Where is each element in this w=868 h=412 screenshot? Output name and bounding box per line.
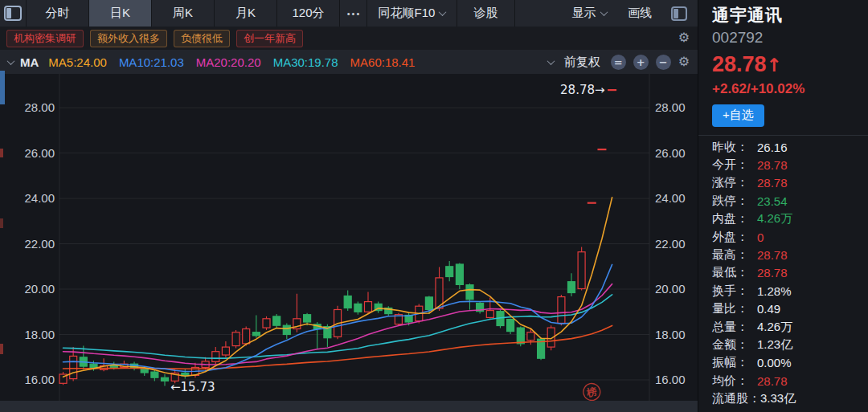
- quote-stats-list: 昨收26.16今开28.78涨停28.78跌停23.54内盘4.26万外盘0最高…: [712, 138, 868, 408]
- window-edge-artifact: [0, 71, 5, 104]
- collapse-quote-panel-button[interactable]: [661, 0, 698, 27]
- tab-日K[interactable]: 日K: [89, 0, 152, 27]
- last-price-annotation: 28.78→: [560, 83, 605, 97]
- candle-body: [527, 332, 534, 341]
- y-axis-label-left: 28.00: [24, 100, 55, 114]
- chevron-down-icon: [600, 8, 608, 16]
- stat-label: 流通股: [712, 391, 760, 406]
- candle-body: [162, 377, 169, 381]
- candle-body: [70, 356, 77, 378]
- stat-label: 外盘: [712, 230, 757, 245]
- y-axis-label-right: 16.00: [655, 373, 686, 386]
- stat-value: 26.16: [757, 141, 788, 154]
- candle-body: [283, 325, 290, 334]
- y-axis-label-left: 24.00: [24, 191, 55, 205]
- stat-row: 振幅0.00%: [712, 354, 868, 372]
- stat-row: 换手1.28%: [712, 282, 868, 300]
- indicator-settings-gear-icon[interactable]: ⚙: [678, 55, 690, 68]
- window-edge-artifact: [0, 344, 3, 354]
- candle-body: [252, 332, 260, 336]
- stock-tag-chip[interactable]: 额外收入很多: [90, 30, 167, 47]
- zoom-in-button[interactable]: +: [633, 55, 649, 70]
- candlestick-chart[interactable]: 16.0016.0018.0018.0020.0020.0022.0022.00…: [0, 74, 698, 401]
- ma-collapse-chevron-icon[interactable]: [7, 57, 15, 65]
- ma-values: MA5:24.00MA10:21.03MA20:20.20MA30:19.78M…: [48, 55, 427, 69]
- current-price: 28.78↑: [712, 52, 868, 77]
- ranking-badge: 榜: [582, 382, 602, 401]
- bottom-strip: [0, 401, 698, 412]
- stat-row: 金额1.23亿: [712, 336, 868, 353]
- draw-line-button[interactable]: 画线: [619, 0, 661, 27]
- low-price-annotation: ←15.73: [170, 380, 215, 394]
- f10-menu-button[interactable]: 同花顺F10: [367, 0, 457, 27]
- stock-tag-chip[interactable]: 负债很低: [174, 30, 230, 47]
- candle-body: [110, 366, 117, 368]
- candle-body: [456, 264, 463, 284]
- candle-body: [446, 267, 453, 277]
- panel-divider: [698, 135, 868, 136]
- tab-分时[interactable]: 分时: [27, 0, 89, 27]
- chevron-down-icon: [439, 8, 447, 16]
- candle-body: [517, 328, 524, 344]
- stat-row: 涨停28.78: [712, 174, 868, 192]
- chart-canvas[interactable]: 16.0016.0018.0018.0020.0020.0022.0022.00…: [0, 74, 698, 401]
- f10-label: 同花顺F10: [379, 6, 436, 21]
- y-axis-label-left: 26.00: [24, 146, 55, 160]
- stock-tag-chip[interactable]: 机构密集调研: [6, 30, 84, 47]
- stat-label: 均价: [712, 373, 757, 389]
- stock-tags-row: 机构密集调研额外收入很多负债很低创一年新高 ⚙: [0, 27, 698, 50]
- diagnose-stock-button[interactable]: 诊股: [457, 0, 515, 27]
- candle-body: [486, 311, 493, 318]
- stat-label: 金额: [712, 337, 757, 353]
- ma-value-label: MA60:18.41: [350, 55, 416, 69]
- zoom-reset-button[interactable]: =: [611, 55, 626, 70]
- candle-body: [141, 369, 148, 373]
- candle-body: [151, 372, 158, 377]
- candle-body: [273, 316, 280, 325]
- stat-row: 跌停23.54: [712, 192, 868, 210]
- stat-label: 今开: [712, 157, 757, 173]
- adjust-mode-label[interactable]: 前复权: [564, 55, 600, 70]
- candle-body: [243, 329, 250, 344]
- add-watchlist-button[interactable]: +自选: [712, 104, 764, 127]
- candle-body: [232, 332, 240, 346]
- more-periods-button[interactable]: •••: [340, 0, 367, 27]
- stat-label: 昨收: [712, 140, 757, 155]
- candle-body: [354, 304, 362, 312]
- price-change: +2.62/+10.02%: [712, 81, 868, 97]
- collapse-sidebar-button[interactable]: [0, 0, 27, 27]
- tab-120分[interactable]: 120分: [277, 0, 340, 27]
- tab-周K[interactable]: 周K: [152, 0, 215, 27]
- stat-row: 今开28.78: [712, 156, 868, 173]
- stat-row: 最高28.78: [712, 246, 868, 263]
- tags-settings-gear-icon[interactable]: ⚙: [678, 31, 690, 44]
- zoom-out-button[interactable]: −: [656, 55, 671, 70]
- tab-月K[interactable]: 月K: [215, 0, 277, 27]
- panel-toggle-icon: [4, 6, 22, 21]
- ma-group-label: MA: [20, 55, 39, 69]
- stat-label: 内盘: [712, 211, 757, 226]
- window-edge-artifact: [0, 218, 3, 228]
- stat-row: 外盘0: [712, 228, 868, 246]
- stat-value: 28.78: [757, 176, 788, 190]
- up-arrow-icon: ↑: [767, 55, 782, 75]
- stock-tag-chip[interactable]: 创一年新高: [236, 30, 303, 47]
- chart-toolbar: 分时日K周K月K120分 ••• 同花顺F10 诊股 显示 画线: [0, 0, 698, 27]
- stat-label: 量比: [712, 301, 757, 316]
- stat-label: 跌停: [712, 194, 757, 209]
- ma-value-label: MA20:20.20: [196, 55, 261, 69]
- stat-row: 内盘4.26万: [712, 210, 868, 228]
- stat-row: 量比0.49: [712, 300, 868, 318]
- ranking-badge-text: 榜: [585, 385, 599, 399]
- stat-value: 3.33亿: [760, 391, 796, 406]
- stat-value: 0.49: [757, 302, 780, 316]
- ma-value-label: MA10:21.03: [119, 55, 184, 69]
- stat-row: 均价28.78: [712, 372, 868, 390]
- stat-value: 28.78: [757, 266, 788, 279]
- adjust-mode-chevron-icon[interactable]: [547, 57, 555, 65]
- ma-value-label: MA5:24.00: [48, 55, 107, 69]
- display-menu-button[interactable]: 显示: [559, 0, 619, 27]
- stock-code: 002792: [712, 29, 868, 47]
- ma-lines-layer: [63, 198, 612, 377]
- tag-chips: 机构密集调研额外收入很多负债很低创一年新高: [6, 30, 303, 47]
